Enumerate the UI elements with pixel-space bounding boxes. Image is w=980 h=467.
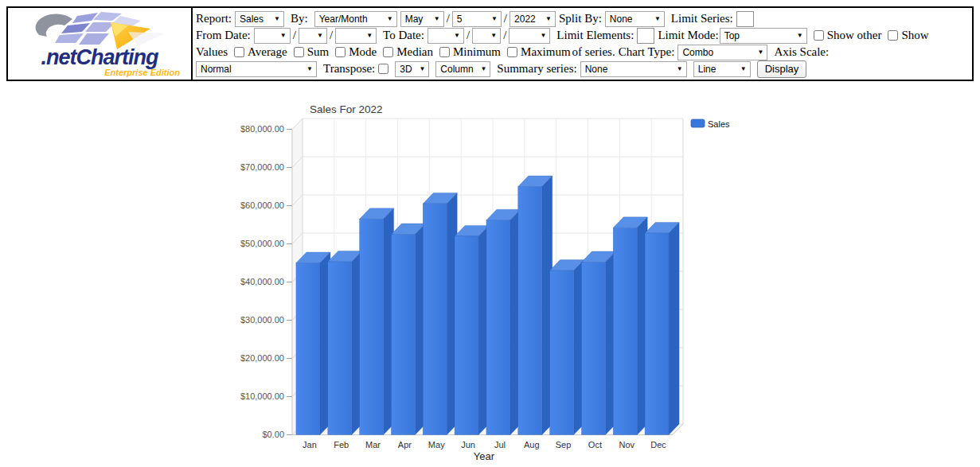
minimum-checkbox[interactable] [439, 47, 450, 57]
chevron-down-icon: ▼ [490, 33, 497, 39]
y-axis-tick-label: $10,000.00 [240, 391, 284, 401]
dimension-select[interactable]: 3D ▼ [395, 61, 429, 77]
toolbar-row-3: Values Average Sum Mode Median Minimum M… [196, 44, 972, 60]
x-axis-tick-label: Mar [365, 440, 381, 449]
from-month-select[interactable]: ▼ [254, 28, 291, 44]
to-month-select[interactable]: ▼ [428, 28, 464, 44]
limit-elements-input[interactable] [637, 28, 654, 44]
limit-series-input[interactable] [736, 11, 754, 27]
values-label: Values [196, 45, 228, 59]
summary-series-label: Summary series: [497, 62, 576, 76]
toolbar-row-4: Normal ▼ Transpose: 3D ▼ Column ▼ Summar… [196, 60, 972, 77]
x-axis-tick-label: Jan [303, 440, 317, 449]
sum-label: Sum [307, 45, 330, 59]
x-axis-tick-label: Oct [588, 440, 602, 449]
chevron-down-icon: ▼ [274, 16, 280, 22]
report-toolbar: Report: Sales ▼ By: Year/Month ▼ May ▼ /… [193, 8, 972, 80]
series-type-select[interactable]: Column ▼ [435, 61, 490, 77]
to-date-label: To Date: [383, 29, 424, 42]
x-axis-tick-label: Sep [556, 440, 572, 449]
bar-feb [328, 251, 362, 435]
slash-separator: / [293, 29, 296, 42]
x-axis-tick-label: Aug [524, 440, 540, 449]
month-select[interactable]: May ▼ [400, 11, 444, 27]
slash-separator: / [503, 29, 506, 42]
limit-elements-label: Limit Elements: [556, 29, 634, 42]
summary-type-select[interactable]: Line ▼ [693, 61, 751, 77]
x-axis-tick-label: Feb [334, 440, 349, 449]
show-label: Show [901, 29, 928, 42]
report-label: Report: [196, 12, 232, 25]
x-axis-tick-label: Dec [650, 440, 666, 449]
toolbar-row-2: From Date: ▼ / ▼ / ▼ To Date: ▼ / [196, 27, 972, 44]
to-year-select[interactable]: ▼ [509, 28, 550, 44]
show-values-checkbox[interactable] [888, 30, 898, 41]
mode-label: Mode [349, 45, 377, 59]
mode-checkbox[interactable] [335, 47, 346, 57]
bar-dec [645, 223, 679, 435]
show-other-checkbox[interactable] [814, 30, 824, 41]
y-axis-tick-label: $80,000.00 [240, 124, 284, 134]
axis-scale-select[interactable]: Normal ▼ [196, 61, 317, 77]
from-year-select[interactable]: ▼ [335, 28, 377, 44]
average-checkbox[interactable] [234, 47, 244, 57]
minimum-label: Minimum [453, 45, 501, 59]
x-axis-tick-label: Nov [619, 440, 634, 449]
report-select[interactable]: Sales ▼ [235, 11, 284, 27]
by-label: By: [291, 12, 308, 25]
bar-nov [613, 217, 647, 435]
toolbar-row-1: Report: Sales ▼ By: Year/Month ▼ May ▼ /… [196, 10, 972, 27]
by-select[interactable]: Year/Month ▼ [314, 11, 397, 27]
median-checkbox[interactable] [383, 47, 393, 57]
day-select[interactable]: 5 ▼ [452, 11, 502, 27]
chevron-down-icon: ▼ [317, 33, 323, 39]
of-series-label: of series. [572, 45, 615, 59]
from-day-select[interactable]: ▼ [299, 28, 327, 44]
chevron-down-icon: ▼ [540, 33, 546, 39]
bar-mar [360, 208, 394, 435]
y-axis-tick-label: $40,000.00 [240, 277, 284, 286]
chevron-down-icon: ▼ [491, 16, 498, 22]
y-axis-tick-label: $50,000.00 [240, 239, 284, 248]
chevron-down-icon: ▼ [387, 16, 393, 22]
chevron-down-icon: ▼ [740, 66, 747, 72]
split-by-label: Split By: [559, 12, 602, 25]
slash-separator: / [447, 12, 450, 25]
legend-label: Sales [708, 119, 730, 129]
median-label: Median [396, 45, 433, 59]
to-day-select[interactable]: ▼ [472, 28, 501, 44]
y-axis-tick-label: $20,000.00 [240, 353, 284, 363]
transpose-checkbox[interactable] [378, 64, 388, 74]
chevron-down-icon: ▼ [419, 66, 425, 72]
chevron-down-icon: ▼ [366, 33, 373, 39]
chevron-down-icon: ▼ [280, 33, 287, 39]
bar-aug [518, 176, 552, 435]
from-date-label: From Date: [196, 29, 251, 42]
y-axis-tick-label: $70,000.00 [240, 162, 284, 172]
slash-separator: / [467, 29, 470, 42]
sum-checkbox[interactable] [294, 47, 304, 57]
chart-type-select[interactable]: Combo ▼ [677, 45, 767, 60]
summary-series-select[interactable]: None ▼ [580, 61, 687, 77]
chevron-down-icon: ▼ [545, 16, 552, 22]
split-by-select[interactable]: None ▼ [605, 11, 665, 27]
x-axis-title: Year [474, 450, 495, 462]
year-select[interactable]: 2022 ▼ [510, 11, 556, 27]
chevron-down-icon: ▼ [758, 49, 764, 56]
bar-jul [486, 209, 521, 434]
x-axis-tick-label: Jul [494, 440, 506, 449]
maximum-checkbox[interactable] [507, 47, 517, 57]
limit-mode-select[interactable]: Top ▼ [720, 28, 807, 44]
bar-oct [581, 251, 615, 434]
display-button[interactable]: Display [757, 60, 807, 78]
x-axis-tick-label: Jun [461, 440, 475, 449]
chevron-down-icon: ▼ [454, 33, 460, 39]
maximum-label: Maximum [521, 45, 571, 59]
header-panel: .netCharting Enterprise Edition Report: … [6, 6, 974, 81]
bar-may [423, 193, 457, 435]
netcharting-logo: .netCharting Enterprise Edition [8, 8, 193, 80]
bar-sep [550, 260, 584, 435]
x-axis-tick-label: May [428, 440, 445, 449]
chart-title: Sales For 2022 [310, 103, 383, 115]
bar-jun [455, 225, 489, 434]
